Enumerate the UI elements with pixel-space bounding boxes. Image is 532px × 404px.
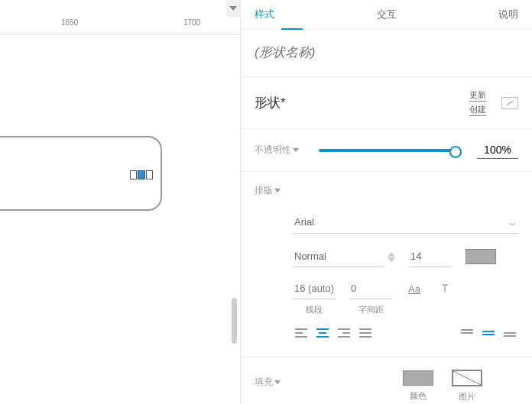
opacity-slider[interactable]	[319, 149, 457, 152]
update-style-link[interactable]: 更新	[469, 89, 486, 102]
align-left-icon[interactable]	[293, 326, 310, 340]
properties-panel: 样式 交互 说明 形状* 更新 创建 不透明性 排版 Arial ⌄	[240, 0, 532, 404]
fill-image-swatch[interactable]	[452, 370, 482, 386]
fill-color-swatch[interactable]	[403, 370, 433, 386]
title-section: 形状* 更新 创建	[241, 77, 532, 129]
align-center-icon[interactable]	[314, 326, 331, 340]
shape-type-title: 形状*	[255, 94, 460, 112]
fill-section: 填充 颜色 图片	[241, 357, 532, 404]
opacity-label: 不透明性	[255, 144, 299, 157]
create-style-link[interactable]: 创建	[469, 104, 486, 116]
valign-bottom-icon[interactable]	[501, 326, 518, 340]
letter-spacing-input[interactable]	[349, 278, 392, 299]
align-justify-icon[interactable]	[357, 326, 374, 340]
text-case-icon[interactable]: Aa	[406, 282, 423, 296]
tab-style[interactable]: 样式	[241, 0, 342, 29]
fill-label: 填充	[255, 376, 281, 389]
opacity-input[interactable]	[477, 141, 518, 159]
font-color-swatch[interactable]	[466, 249, 496, 264]
shape-handle-icon[interactable]	[130, 170, 153, 179]
font-family-select[interactable]: Arial ⌄	[293, 211, 518, 234]
align-right-icon[interactable]	[336, 326, 352, 340]
vertical-scrollbar[interactable]	[232, 298, 237, 344]
ruler-menu-button[interactable]	[226, 0, 240, 17]
shape-name-input[interactable]	[255, 42, 518, 64]
tab-interact[interactable]: 交互	[342, 0, 430, 29]
text-format-icon[interactable]	[436, 282, 453, 296]
line-height-input[interactable]	[293, 278, 336, 299]
letter-spacing-label: 字间距	[349, 304, 392, 315]
opacity-section: 不透明性	[241, 129, 532, 172]
fill-color-label: 颜色	[410, 390, 427, 402]
valign-top-icon[interactable]	[459, 326, 475, 340]
font-style-stepper[interactable]	[388, 252, 395, 262]
typography-section: 排版 Arial ⌄ Aa	[241, 172, 532, 357]
horizontal-ruler: 1650 1700	[0, 17, 240, 35]
line-height-label: 线段	[293, 304, 336, 315]
valign-middle-icon[interactable]	[480, 326, 497, 340]
font-style-select[interactable]	[293, 246, 384, 267]
font-size-input[interactable]	[409, 246, 452, 267]
typography-label: 排版	[255, 184, 518, 197]
tab-desc[interactable]: 说明	[430, 0, 532, 29]
chevron-down-icon: ⌄	[506, 216, 519, 228]
edit-icon[interactable]	[501, 97, 518, 109]
fill-image-label: 图片	[459, 391, 475, 402]
style-actions: 更新 创建	[469, 89, 486, 116]
panel-tabs: 样式 交互 说明	[241, 0, 532, 30]
canvas-area[interactable]: 1650 1700	[0, 0, 240, 404]
name-section	[241, 30, 532, 77]
